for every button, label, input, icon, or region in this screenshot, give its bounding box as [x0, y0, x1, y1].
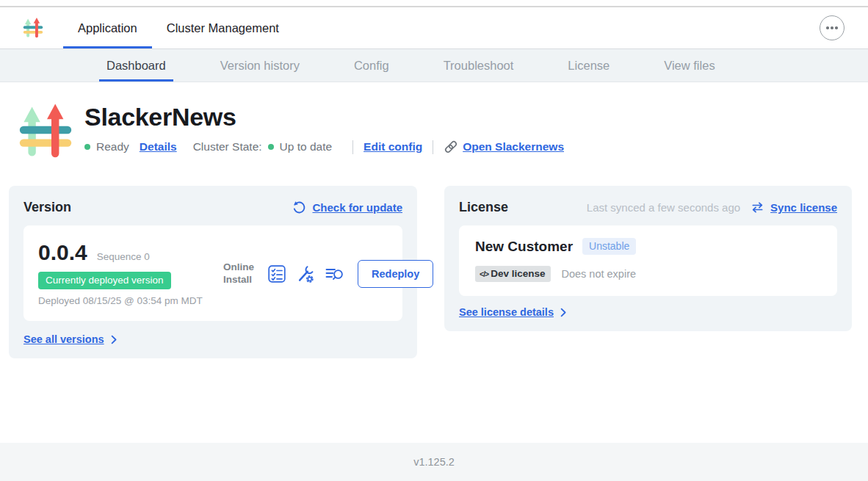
subnav-view-files-label: View files: [664, 59, 715, 73]
overflow-menu-button[interactable]: [820, 15, 845, 40]
subnav-dashboard-label: Dashboard: [106, 59, 166, 73]
subnav-troubleshoot-label: Troubleshoot: [444, 59, 514, 73]
link-chain-icon: [444, 140, 458, 154]
tab-application[interactable]: Application: [63, 7, 152, 48]
install-type-label: Online Install: [223, 261, 257, 285]
license-type-badge: </> Dev license: [475, 266, 551, 282]
window-top-strip: [0, 0, 868, 7]
version-card-title: Version: [23, 200, 71, 215]
version-number: 0.0.4: [38, 240, 87, 265]
version-sequence: Sequence 0: [97, 251, 150, 262]
check-for-update-link[interactable]: Check for update: [312, 201, 402, 214]
divider: [433, 140, 433, 154]
redeploy-button[interactable]: Redeploy: [358, 260, 433, 288]
page-title: SlackerNews: [84, 103, 564, 131]
app-subnav: Dashboard Version history Config Trouble…: [0, 49, 868, 82]
cluster-state-label: Cluster State:: [193, 140, 262, 153]
license-expiration: Does not expire: [561, 268, 636, 280]
subnav-config[interactable]: Config: [347, 49, 397, 82]
deployed-timestamp: Deployed 08/15/25 @ 03:54 pm MDT: [38, 294, 214, 308]
console-version: v1.125.2: [413, 456, 455, 468]
view-logs-button[interactable]: [325, 264, 344, 283]
preflight-checks-button[interactable]: [267, 264, 286, 283]
app-header-bar: Application Cluster Management: [0, 7, 868, 49]
see-license-details-link[interactable]: See license details: [459, 306, 554, 318]
divider: [352, 140, 353, 154]
channel-badge: Unstable: [582, 238, 636, 255]
tab-cluster-management-label: Cluster Management: [167, 21, 279, 35]
edit-config-button[interactable]: [296, 264, 315, 283]
subnav-config-label: Config: [354, 59, 389, 73]
code-icon: </>: [480, 270, 488, 278]
console-footer: v1.125.2: [0, 443, 868, 481]
deployed-badge: Currently deployed version: [38, 272, 171, 289]
logs-search-icon: [325, 264, 344, 283]
license-type-label: Dev license: [491, 268, 545, 279]
tab-cluster-management[interactable]: Cluster Management: [152, 7, 294, 48]
tab-application-label: Application: [78, 21, 137, 35]
sync-license-link[interactable]: Sync license: [770, 201, 837, 214]
subnav-version-history[interactable]: Version history: [213, 49, 307, 82]
chevron-right-icon: [560, 308, 567, 317]
subnav-troubleshoot[interactable]: Troubleshoot: [436, 49, 521, 82]
subnav-view-files[interactable]: View files: [657, 49, 722, 82]
cluster-state-text: Up to date: [280, 140, 333, 153]
app-overview-header: SlackerNews Ready Details Cluster State:…: [16, 100, 868, 163]
cluster-status-dot: [268, 144, 274, 150]
subnav-dashboard[interactable]: Dashboard: [99, 49, 173, 82]
checklist-icon: [267, 264, 286, 283]
see-all-versions-link[interactable]: See all versions: [23, 333, 104, 345]
ellipsis-icon: [826, 26, 829, 29]
open-app-link[interactable]: Open Slackernews: [463, 140, 564, 153]
license-detail-card: New Customer Unstable </> Dev license Do…: [459, 225, 837, 296]
current-version-card: 0.0.4 Sequence 0 Currently deployed vers…: [23, 225, 402, 321]
subnav-license[interactable]: License: [560, 49, 617, 82]
app-status-text: Ready: [96, 140, 129, 153]
license-card: License Last synced a few seconds ago Sy…: [444, 186, 852, 331]
refresh-icon: [292, 200, 306, 214]
license-card-title: License: [459, 200, 508, 215]
app-logo-large: [16, 100, 75, 163]
subnav-license-label: License: [568, 59, 610, 73]
app-status-dot: [84, 144, 90, 150]
version-card: Version Check for update 0.0.4 Sequence …: [9, 186, 417, 358]
chevron-right-icon: [111, 335, 117, 344]
status-details-link[interactable]: Details: [140, 140, 177, 153]
sync-arrows-icon: [751, 201, 764, 214]
edit-config-link[interactable]: Edit config: [364, 140, 422, 153]
subnav-version-history-label: Version history: [220, 59, 300, 73]
app-logo-small: [22, 15, 44, 41]
customer-name: New Customer: [475, 239, 573, 255]
last-synced-text: Last synced a few seconds ago: [587, 201, 740, 214]
wrench-gear-icon: [296, 264, 315, 283]
